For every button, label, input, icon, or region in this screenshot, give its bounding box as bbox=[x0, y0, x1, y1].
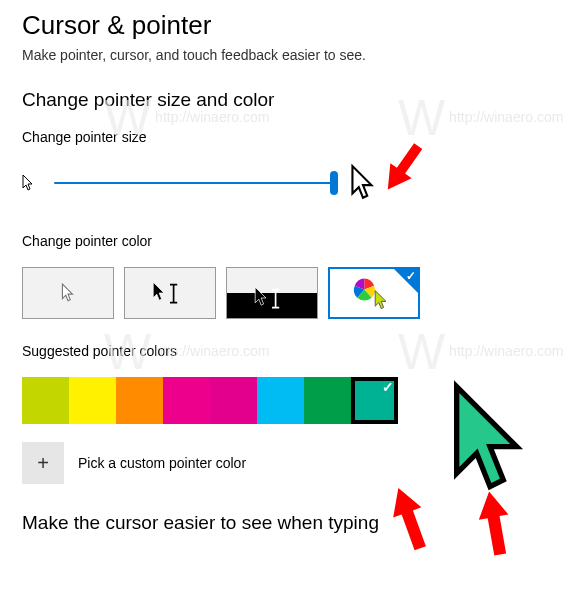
suggested-color-swatches bbox=[22, 377, 564, 424]
pick-custom-color-button[interactable]: + bbox=[22, 442, 64, 484]
check-icon bbox=[394, 269, 418, 293]
cursor-black-icon bbox=[151, 281, 189, 305]
swatch-3[interactable] bbox=[116, 377, 163, 424]
page-subtitle: Make pointer, cursor, and touch feedback… bbox=[22, 47, 564, 63]
pointer-color-black[interactable] bbox=[124, 267, 216, 319]
section-heading-size-color: Change pointer size and color bbox=[22, 89, 564, 111]
cursor-white-icon bbox=[61, 283, 75, 303]
section-heading-cursor: Make the cursor easier to see when typin… bbox=[22, 512, 564, 534]
pick-custom-color-row: + Pick a custom pointer color bbox=[22, 442, 564, 484]
pointer-color-inverted[interactable] bbox=[226, 267, 318, 319]
suggested-colors-label: Suggested pointer colors bbox=[22, 343, 564, 359]
swatch-4[interactable] bbox=[163, 377, 210, 424]
pointer-color-white[interactable] bbox=[22, 267, 114, 319]
pointer-size-slider[interactable] bbox=[54, 173, 334, 193]
swatch-8[interactable] bbox=[351, 377, 398, 424]
pointer-size-row bbox=[22, 163, 564, 203]
swatch-6[interactable] bbox=[257, 377, 304, 424]
page-title: Cursor & pointer bbox=[22, 10, 564, 41]
cursor-inverted-icon bbox=[253, 286, 291, 310]
pointer-color-options bbox=[22, 267, 564, 319]
color-wheel-cursor-icon bbox=[349, 275, 399, 311]
pointer-size-label: Change pointer size bbox=[22, 129, 564, 145]
swatch-5[interactable] bbox=[210, 377, 257, 424]
swatch-1[interactable] bbox=[22, 377, 69, 424]
cursor-small-icon bbox=[22, 172, 38, 194]
pointer-color-custom[interactable] bbox=[328, 267, 420, 319]
plus-icon: + bbox=[37, 452, 49, 475]
pointer-color-label: Change pointer color bbox=[22, 233, 564, 249]
cursor-large-icon bbox=[350, 163, 386, 203]
swatch-7[interactable] bbox=[304, 377, 351, 424]
pick-custom-color-label: Pick a custom pointer color bbox=[78, 455, 246, 471]
swatch-2[interactable] bbox=[69, 377, 116, 424]
